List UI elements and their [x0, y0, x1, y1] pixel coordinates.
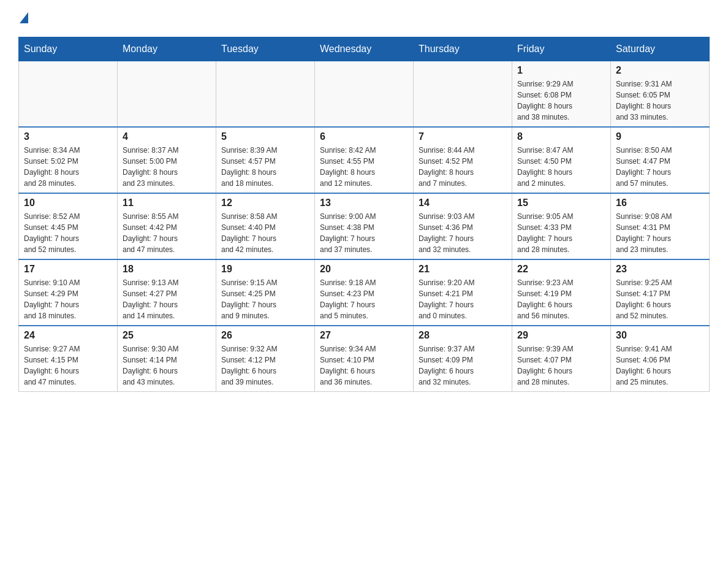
day-number: 24 [24, 330, 112, 341]
day-number: 2 [616, 65, 704, 76]
calendar-cell: 4Sunrise: 8:37 AM Sunset: 5:00 PM Daylig… [118, 127, 216, 193]
day-number: 14 [419, 197, 507, 209]
day-header-friday: Friday [512, 37, 611, 61]
day-number: 23 [616, 264, 704, 275]
day-number: 11 [123, 197, 211, 209]
day-number: 8 [517, 131, 605, 142]
day-info: Sunrise: 9:34 AM Sunset: 4:10 PM Dayligh… [320, 343, 408, 388]
calendar-cell: 26Sunrise: 9:32 AM Sunset: 4:12 PM Dayli… [216, 326, 315, 392]
calendar-cell [118, 61, 216, 128]
day-number: 12 [221, 197, 309, 209]
calendar-cell: 11Sunrise: 8:55 AM Sunset: 4:42 PM Dayli… [118, 193, 216, 259]
calendar-cell: 24Sunrise: 9:27 AM Sunset: 4:15 PM Dayli… [19, 326, 118, 392]
day-number: 17 [24, 264, 112, 275]
calendar-cell: 25Sunrise: 9:30 AM Sunset: 4:14 PM Dayli… [118, 326, 216, 392]
day-info: Sunrise: 9:20 AM Sunset: 4:21 PM Dayligh… [419, 277, 507, 321]
day-info: Sunrise: 9:15 AM Sunset: 4:25 PM Dayligh… [221, 277, 309, 321]
day-info: Sunrise: 8:50 AM Sunset: 4:47 PM Dayligh… [616, 145, 704, 189]
calendar-week-1: 1Sunrise: 9:29 AM Sunset: 6:08 PM Daylig… [19, 61, 710, 128]
calendar-cell: 10Sunrise: 8:52 AM Sunset: 4:45 PM Dayli… [19, 193, 118, 259]
day-info: Sunrise: 8:39 AM Sunset: 4:57 PM Dayligh… [221, 145, 309, 189]
day-header-thursday: Thursday [414, 37, 512, 61]
calendar-cell: 29Sunrise: 9:39 AM Sunset: 4:07 PM Dayli… [512, 326, 611, 392]
calendar-cell [19, 61, 118, 128]
calendar-week-4: 17Sunrise: 9:10 AM Sunset: 4:29 PM Dayli… [19, 259, 710, 326]
day-number: 20 [320, 264, 408, 275]
day-header-saturday: Saturday [611, 37, 710, 61]
calendar-cell [216, 61, 315, 128]
day-info: Sunrise: 9:41 AM Sunset: 4:06 PM Dayligh… [616, 343, 704, 388]
day-number: 22 [517, 264, 605, 275]
day-number: 7 [419, 131, 507, 142]
day-number: 21 [419, 264, 507, 275]
day-number: 30 [616, 330, 704, 341]
calendar-cell: 3Sunrise: 8:34 AM Sunset: 5:02 PM Daylig… [19, 127, 118, 193]
day-info: Sunrise: 9:13 AM Sunset: 4:27 PM Dayligh… [123, 277, 211, 321]
day-info: Sunrise: 8:52 AM Sunset: 4:45 PM Dayligh… [24, 211, 112, 255]
day-info: Sunrise: 9:00 AM Sunset: 4:38 PM Dayligh… [320, 211, 408, 255]
calendar-table: SundayMondayTuesdayWednesdayThursdayFrid… [18, 37, 710, 392]
day-number: 6 [320, 131, 408, 142]
day-info: Sunrise: 9:37 AM Sunset: 4:09 PM Dayligh… [419, 343, 507, 388]
calendar-cell: 1Sunrise: 9:29 AM Sunset: 6:08 PM Daylig… [512, 61, 611, 128]
calendar-cell: 22Sunrise: 9:23 AM Sunset: 4:19 PM Dayli… [512, 259, 611, 326]
calendar-week-3: 10Sunrise: 8:52 AM Sunset: 4:45 PM Dayli… [19, 193, 710, 259]
calendar-cell: 13Sunrise: 9:00 AM Sunset: 4:38 PM Dayli… [315, 193, 414, 259]
calendar-cell: 15Sunrise: 9:05 AM Sunset: 4:33 PM Dayli… [512, 193, 611, 259]
day-number: 27 [320, 330, 408, 341]
day-info: Sunrise: 9:05 AM Sunset: 4:33 PM Dayligh… [517, 211, 605, 255]
calendar-cell: 17Sunrise: 9:10 AM Sunset: 4:29 PM Dayli… [19, 259, 118, 326]
day-info: Sunrise: 9:29 AM Sunset: 6:08 PM Dayligh… [517, 79, 605, 123]
day-header-wednesday: Wednesday [315, 37, 414, 61]
day-info: Sunrise: 9:18 AM Sunset: 4:23 PM Dayligh… [320, 277, 408, 321]
day-number: 15 [517, 197, 605, 209]
calendar-header-row: SundayMondayTuesdayWednesdayThursdayFrid… [19, 37, 710, 61]
calendar-cell: 14Sunrise: 9:03 AM Sunset: 4:36 PM Dayli… [414, 193, 512, 259]
day-number: 10 [24, 197, 112, 209]
day-info: Sunrise: 9:32 AM Sunset: 4:12 PM Dayligh… [221, 343, 309, 388]
day-number: 5 [221, 131, 309, 142]
day-number: 26 [221, 330, 309, 341]
day-number: 28 [419, 330, 507, 341]
calendar-week-5: 24Sunrise: 9:27 AM Sunset: 4:15 PM Dayli… [19, 326, 710, 392]
day-info: Sunrise: 9:08 AM Sunset: 4:31 PM Dayligh… [616, 211, 704, 255]
day-number: 29 [517, 330, 605, 341]
calendar-cell: 16Sunrise: 9:08 AM Sunset: 4:31 PM Dayli… [611, 193, 710, 259]
day-info: Sunrise: 9:25 AM Sunset: 4:17 PM Dayligh… [616, 277, 704, 321]
day-number: 18 [123, 264, 211, 275]
day-info: Sunrise: 8:55 AM Sunset: 4:42 PM Dayligh… [123, 211, 211, 255]
calendar-cell: 20Sunrise: 9:18 AM Sunset: 4:23 PM Dayli… [315, 259, 414, 326]
calendar-week-2: 3Sunrise: 8:34 AM Sunset: 5:02 PM Daylig… [19, 127, 710, 193]
day-header-sunday: Sunday [19, 37, 118, 61]
calendar-cell: 23Sunrise: 9:25 AM Sunset: 4:17 PM Dayli… [611, 259, 710, 326]
calendar-cell: 27Sunrise: 9:34 AM Sunset: 4:10 PM Dayli… [315, 326, 414, 392]
header [18, 12, 710, 25]
calendar-cell: 8Sunrise: 8:47 AM Sunset: 4:50 PM Daylig… [512, 127, 611, 193]
calendar-cell: 7Sunrise: 8:44 AM Sunset: 4:52 PM Daylig… [414, 127, 512, 193]
day-number: 4 [123, 131, 211, 142]
day-info: Sunrise: 9:10 AM Sunset: 4:29 PM Dayligh… [24, 277, 112, 321]
calendar-cell [414, 61, 512, 128]
calendar-cell [315, 61, 414, 128]
day-header-monday: Monday [118, 37, 216, 61]
day-number: 9 [616, 131, 704, 142]
calendar-cell: 5Sunrise: 8:39 AM Sunset: 4:57 PM Daylig… [216, 127, 315, 193]
calendar-cell: 28Sunrise: 9:37 AM Sunset: 4:09 PM Dayli… [414, 326, 512, 392]
calendar-cell: 6Sunrise: 8:42 AM Sunset: 4:55 PM Daylig… [315, 127, 414, 193]
day-info: Sunrise: 9:30 AM Sunset: 4:14 PM Dayligh… [123, 343, 211, 388]
day-info: Sunrise: 8:34 AM Sunset: 5:02 PM Dayligh… [24, 145, 112, 189]
calendar-cell: 2Sunrise: 9:31 AM Sunset: 6:05 PM Daylig… [611, 61, 710, 128]
day-number: 16 [616, 197, 704, 209]
day-info: Sunrise: 9:03 AM Sunset: 4:36 PM Dayligh… [419, 211, 507, 255]
calendar-cell: 9Sunrise: 8:50 AM Sunset: 4:47 PM Daylig… [611, 127, 710, 193]
day-number: 19 [221, 264, 309, 275]
day-info: Sunrise: 9:39 AM Sunset: 4:07 PM Dayligh… [517, 343, 605, 388]
calendar-cell: 30Sunrise: 9:41 AM Sunset: 4:06 PM Dayli… [611, 326, 710, 392]
calendar-cell: 21Sunrise: 9:20 AM Sunset: 4:21 PM Dayli… [414, 259, 512, 326]
logo-arrow-icon [20, 12, 28, 23]
day-header-tuesday: Tuesday [216, 37, 315, 61]
day-info: Sunrise: 8:44 AM Sunset: 4:52 PM Dayligh… [419, 145, 507, 189]
day-info: Sunrise: 8:47 AM Sunset: 4:50 PM Dayligh… [517, 145, 605, 189]
day-number: 25 [123, 330, 211, 341]
calendar-cell: 18Sunrise: 9:13 AM Sunset: 4:27 PM Dayli… [118, 259, 216, 326]
